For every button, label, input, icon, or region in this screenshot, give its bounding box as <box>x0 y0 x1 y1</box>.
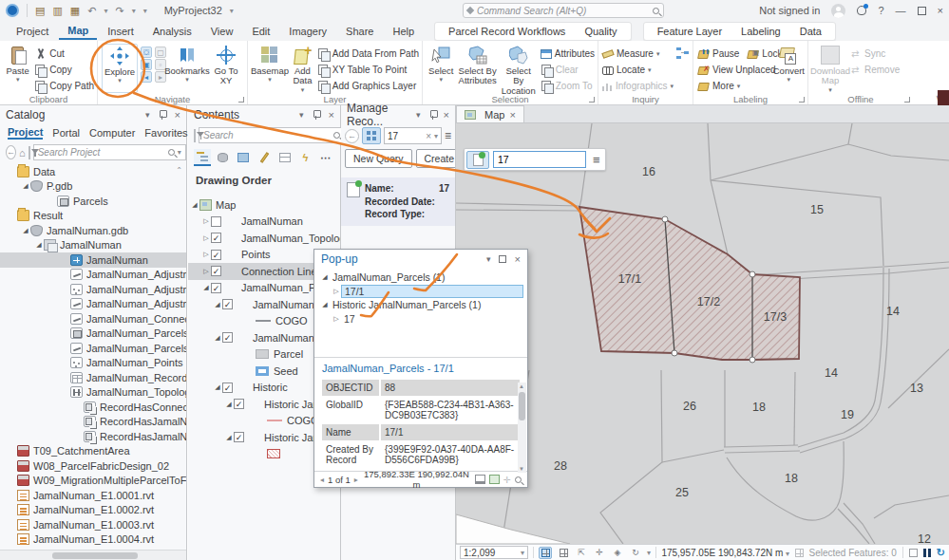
catalog-tree-item[interactable]: RecordHasConnections <box>0 400 186 415</box>
zoom-out-icon[interactable]: ▢ <box>155 47 166 58</box>
tab-help[interactable]: Help <box>384 24 423 39</box>
paste-button[interactable]: Paste▾ <box>4 44 31 93</box>
symbol-swatch[interactable] <box>256 366 269 376</box>
popup-tree-item[interactable]: Historic JamalNuman_Parcels (1) <box>318 298 523 312</box>
catalog-tree-item[interactable]: P.gdb <box>0 179 186 195</box>
layer-expander-icon[interactable] <box>224 401 234 408</box>
selection-dialog-launcher[interactable] <box>589 97 595 103</box>
scroll-up-icon[interactable]: ⌃ <box>176 166 182 175</box>
redo-icon[interactable]: ↷ <box>115 5 123 17</box>
pause-labeling-button[interactable]: Pause <box>697 47 739 61</box>
remove-button[interactable]: ⇄Remove <box>851 63 900 77</box>
layer-visibility-checkbox[interactable] <box>211 216 221 227</box>
catalog-tab-project[interactable]: Project <box>8 126 43 140</box>
locate-button[interactable]: Locate▾ <box>602 63 674 77</box>
record-filter-combo[interactable]: 17 × ▾ <box>384 127 442 144</box>
minimize-button[interactable]: — <box>896 5 906 16</box>
catalog-tree-item[interactable]: Result <box>0 209 186 224</box>
project-name-dropdown[interactable]: ▾ <box>230 7 234 15</box>
list-by-editing-icon[interactable] <box>256 149 273 166</box>
clear-filter-icon[interactable]: × <box>426 131 431 141</box>
copy-button[interactable]: Copy <box>34 63 94 77</box>
contents-search-box[interactable]: ▾ <box>199 127 351 143</box>
layer-visibility-checkbox[interactable] <box>234 399 244 409</box>
tab-data[interactable]: Data <box>790 24 831 39</box>
popup-expander-icon[interactable] <box>320 301 330 308</box>
layer-item[interactable]: JamalNuman_Topology <box>188 230 340 247</box>
catalog-tree-item[interactable]: RecordHasJamalNuman_ParcelsLine <box>0 429 186 444</box>
refresh-icon[interactable]: ↻ <box>937 547 945 559</box>
view-unplaced-button[interactable]: View Unplaced <box>697 63 770 77</box>
tree-expander-icon[interactable] <box>21 182 30 190</box>
contents-pin-icon[interactable] <box>313 110 320 121</box>
layer-visibility-checkbox[interactable] <box>222 299 233 309</box>
active-record-icon[interactable] <box>466 151 489 169</box>
layer-visibility-checkbox[interactable] <box>211 283 221 293</box>
overview-icon[interactable] <box>909 549 918 557</box>
popup-close-icon[interactable]: × <box>515 253 521 265</box>
map-view-tab[interactable]: Map × <box>456 105 524 122</box>
contents-menu-icon[interactable]: ▾ <box>299 110 304 120</box>
add-graphics-layer-button[interactable]: Add Graphics Layer <box>317 79 419 93</box>
catalog-tree-item[interactable]: W09_MigrationMultipleParcelToFabric <box>0 474 186 489</box>
layer-expander-icon[interactable] <box>224 434 234 441</box>
sync-button[interactable]: ⇄Sync <box>851 47 900 61</box>
layer-expander-icon[interactable] <box>213 334 222 342</box>
catalog-tree-item[interactable]: JamalNuman_E1.0004.rvt <box>0 532 186 548</box>
popup-expander-icon[interactable] <box>332 315 341 323</box>
catalog-tree-item[interactable]: Data <box>0 164 186 179</box>
clear-selection-button[interactable]: Clear <box>541 63 595 77</box>
list-by-data-source-icon[interactable] <box>215 149 232 166</box>
catalog-tree-item[interactable]: T09_CatchmentArea <box>0 444 186 459</box>
undo-dropdown[interactable]: ▾ <box>104 7 107 15</box>
attribute-row[interactable]: Created By Record {399E9F92-0A37-40DA-AA… <box>322 441 520 468</box>
basemap-button[interactable]: Basemap▾ <box>252 44 288 93</box>
tab-imagery[interactable]: Imagery <box>280 24 335 39</box>
notifications-icon[interactable] <box>857 6 866 15</box>
tab-feature-layer[interactable]: Feature Layer <box>648 24 731 39</box>
snapping-toggle-icon[interactable] <box>539 547 552 559</box>
layer-expander-icon[interactable] <box>201 284 211 291</box>
symbol-swatch[interactable] <box>267 420 282 421</box>
catalog-tree-item[interactable]: JamalNuman_AdjustmentPoints <box>0 282 186 297</box>
zoom-to-selection-button[interactable]: Zoom To <box>541 79 595 93</box>
help-button[interactable]: ? <box>878 5 883 16</box>
tree-expander-icon[interactable] <box>21 227 30 234</box>
manage-records-menu-icon[interactable]: ▾ <box>416 110 421 120</box>
pager-prev-icon[interactable]: ◂ <box>320 476 324 484</box>
catalog-search-box[interactable]: ▾ <box>33 144 186 160</box>
close-button[interactable]: × <box>938 5 943 16</box>
popup-expander-icon[interactable] <box>332 288 341 295</box>
record-card[interactable]: Name:17 Recorded Date: Record Type: <box>341 177 455 226</box>
record-toolbar-menu-icon[interactable]: ≡ <box>590 153 603 167</box>
tab-insert[interactable]: Insert <box>99 24 142 39</box>
tab-share[interactable]: Share <box>337 24 382 39</box>
grid-icon[interactable] <box>557 547 570 559</box>
catalog-tree-item[interactable]: Parcels <box>0 194 186 209</box>
xy-table-to-point-button[interactable]: XY Table To Point <box>317 63 419 77</box>
command-search-input[interactable] <box>477 6 649 16</box>
catalog-tree-item[interactable]: JamalNuman_Records <box>0 370 186 385</box>
popup-tree-item[interactable]: 17 <box>318 312 523 327</box>
contents-close-icon[interactable]: × <box>329 109 334 121</box>
save-icon[interactable]: ▤ <box>35 5 45 17</box>
popup-maximize-icon[interactable] <box>499 255 506 263</box>
catalog-tree-item[interactable]: JamalNuman_E1.0002.rvt <box>0 503 186 518</box>
more-labeling-button[interactable]: More▾ <box>697 79 770 93</box>
popup-menu-icon[interactable]: ▾ <box>486 254 491 264</box>
select-by-attributes-button[interactable]: Select By Attributes <box>459 44 497 93</box>
layer-visibility-checkbox[interactable] <box>211 266 221 276</box>
catalog-pin-icon[interactable] <box>159 110 166 121</box>
tab-quality[interactable]: Quality <box>575 24 626 39</box>
create-record-button[interactable]: Create Record <box>416 149 455 168</box>
labeling-dialog-launcher[interactable] <box>799 97 805 103</box>
layer-expander-icon[interactable] <box>201 234 211 242</box>
rotate-icon[interactable]: ↻ <box>629 547 642 559</box>
catalog-tree-item[interactable]: JamalNuman <box>0 238 186 253</box>
customize-toolbar-icon[interactable]: ▾ <box>143 7 147 15</box>
catalog-tab-portal[interactable]: Portal <box>52 127 80 139</box>
fixed-zoom-in-icon[interactable]: ▣ <box>141 59 152 70</box>
offline-dialog-launcher[interactable] <box>904 97 910 103</box>
manage-records-pin-icon[interactable] <box>429 110 435 121</box>
undo-icon[interactable]: ↶ <box>87 5 96 17</box>
